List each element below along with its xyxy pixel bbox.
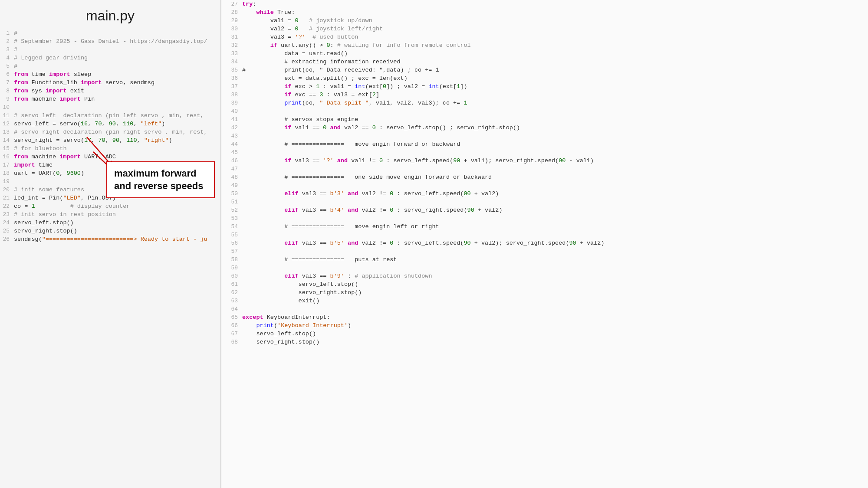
code-line: 29 val1 = 0 # joystick up/down [226, 16, 868, 25]
right-panel: 27try: 28 while True: 29 val1 = 0 # joys… [221, 0, 868, 488]
code-line: 55 [226, 231, 868, 239]
code-line: 6from time import sleep [0, 70, 220, 79]
code-line: 28 while True: [226, 8, 868, 16]
code-line: 12servo_left = servo(16, 70, 90, 110, "l… [0, 120, 220, 128]
code-line: 59 [226, 264, 868, 272]
code-line: 36 ext = data.split() ; exc = len(ext) [226, 74, 868, 82]
code-line: 67 servo_left.stop() [226, 330, 868, 338]
code-line: 44 # =============== move engin forward … [226, 140, 868, 148]
code-line: 61 servo_left.stop() [226, 280, 868, 288]
code-line: 50 elif val3 == b'3' and val2 != 0 : ser… [226, 190, 868, 198]
code-line: 26sendmsg("=========================> Re… [0, 235, 220, 243]
code-line: 47 [226, 165, 868, 173]
code-line: 35# print(co, " Data received: ",data) ;… [226, 66, 868, 74]
code-line: 5# [0, 62, 220, 70]
code-line: 22co = 1 # display counter [0, 202, 220, 210]
code-line: 64 [226, 305, 868, 313]
page-container: main.py 1# 2# September 2025 - Gass Dani… [0, 0, 868, 488]
code-line: 63 exit() [226, 297, 868, 305]
code-line: 31 val3 = '?' # used button [226, 33, 868, 41]
code-line: 37 if exc > 1 : val1 = int(ext[0]) ; val… [226, 82, 868, 91]
code-line: 62 servo_right.stop() [226, 288, 868, 297]
code-line: 57 [226, 247, 868, 255]
code-line: 16from machine import UART, ADC [0, 153, 220, 161]
code-line: 3# [0, 46, 220, 54]
code-line: 30 val2 = 0 # joystick left/right [226, 25, 868, 33]
code-line: 9from machine import Pin [0, 95, 220, 103]
code-line: 2# September 2025 - Gass Daniel - https:… [0, 37, 220, 46]
code-area-left: 1# 2# September 2025 - Gass Daniel - htt… [0, 29, 220, 243]
code-line: 15# for bluetooth [0, 144, 220, 153]
code-line: 11# servo left declaration (pin left ser… [0, 111, 220, 120]
code-line: 41 # servos stops engine [226, 115, 868, 124]
code-line: 58 # =============== puts at rest [226, 255, 868, 264]
code-line: 38 if exc == 3 : val3 = ext[2] [226, 91, 868, 99]
code-area-right: 27try: 28 while True: 29 val1 = 0 # joys… [221, 0, 868, 346]
code-line: 4# Legged gear driving [0, 54, 220, 62]
code-line: 52 elif val3 == b'4' and val2 != 0 : ser… [226, 206, 868, 214]
code-line: 45 [226, 148, 868, 157]
code-line: 25servo_right.stop() [0, 227, 220, 235]
left-panel: main.py 1# 2# September 2025 - Gass Dani… [0, 0, 221, 488]
code-line: 7from Functions_lib import servo, sendms… [0, 79, 220, 87]
code-line: 32 if uart.any() > 0: # waiting for info… [226, 41, 868, 49]
code-line: 48 # =============== one side move engin… [226, 173, 868, 181]
file-title: main.py [0, 0, 220, 29]
code-line: 54 # =============== move engin left or … [226, 223, 868, 231]
code-line: 56 elif val3 == b'5' and val2 != 0 : ser… [226, 239, 868, 247]
code-line: 14servo_right = servo(17, 70, 90, 110, "… [0, 136, 220, 144]
code-line: 42 if val1 == 0 and val2 == 0 : servo_le… [226, 124, 868, 132]
code-line: 53 [226, 214, 868, 223]
code-line: 66 print('Keyboard Interrupt') [226, 321, 868, 330]
code-line: 1# [0, 29, 220, 37]
code-line: 33 data = uart.read() [226, 49, 868, 58]
code-line: 65except KeyboardInterrupt: [226, 313, 868, 321]
code-line: 46 if val3 == '?' and val1 != 0 : servo_… [226, 157, 868, 165]
code-line: 40 [226, 107, 868, 115]
code-line: 43 [226, 132, 868, 140]
code-line: 27try: [226, 0, 868, 8]
code-line: 39 print(co, " Data split ", val1, val2,… [226, 99, 868, 107]
annotation-box: maximum forwardand reverse speeds [106, 161, 215, 198]
code-line: 34 # extracting information received [226, 58, 868, 66]
code-line: 68 servo_right.stop() [226, 338, 868, 346]
code-line: 24servo_left.stop() [0, 219, 220, 227]
code-line: 8from sys import exit [0, 87, 220, 95]
code-line: 13# servo right declaration (pin right s… [0, 128, 220, 136]
code-line: 49 [226, 181, 868, 190]
code-line: 10 [0, 103, 220, 111]
code-line: 51 [226, 198, 868, 206]
code-line: 60 elif val3 == b'9' : # application shu… [226, 272, 868, 280]
code-line: 23# init servo in rest position [0, 210, 220, 219]
